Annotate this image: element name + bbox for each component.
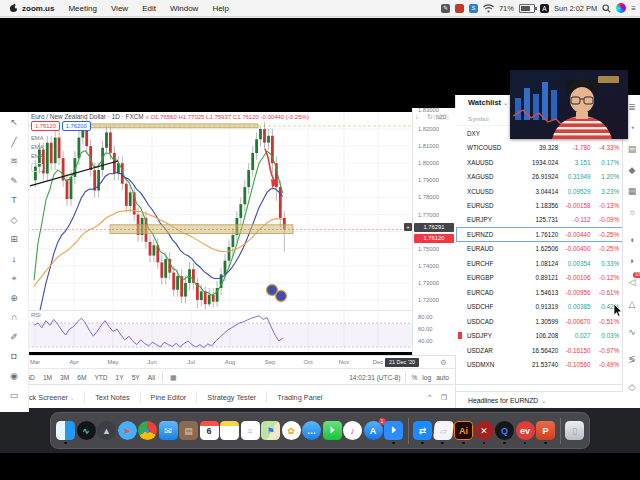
- range-1M[interactable]: 1M: [43, 374, 52, 381]
- menu-item-Help[interactable]: Help: [212, 4, 228, 13]
- text-tool-icon[interactable]: T: [7, 194, 21, 207]
- menu-clock[interactable]: Sun 2:02 PM: [554, 4, 597, 13]
- panel-window-icon[interactable]: ❐: [441, 390, 447, 405]
- dock-powerpoint-icon[interactable]: P: [536, 421, 555, 440]
- zoom-in-tool-icon[interactable]: ⊕: [7, 292, 21, 305]
- dock-adobe-x-app-icon[interactable]: ✕: [475, 421, 494, 440]
- hotlists-icon[interactable]: ◆: [626, 164, 638, 176]
- watchlist-title[interactable]: Watchlist: [456, 98, 501, 107]
- range-5Y[interactable]: 5Y: [132, 374, 140, 381]
- public-chat-icon[interactable]: ◖: [626, 234, 638, 246]
- time-axis[interactable]: MarAprMayJunJulAugSepOctNovDec21 Dec '20…: [0, 355, 455, 369]
- watchlist-row-WTICOUSD[interactable]: WTICOUSD 39.328 -1.780 -4.33%: [456, 140, 623, 154]
- goto-date-icon[interactable]: ▦: [170, 370, 177, 385]
- watchlist-row-USDJPY[interactable]: USDJPY 106.208 0.027 0.03%: [456, 328, 623, 342]
- input-source-icon[interactable]: A: [540, 4, 549, 13]
- dock-notes-icon[interactable]: [220, 421, 239, 440]
- lock-drawings-icon[interactable]: ◘: [7, 350, 21, 363]
- news-icon[interactable]: ▤: [626, 143, 638, 155]
- dock-mail-icon[interactable]: ✉: [159, 421, 178, 440]
- brush-tool-icon[interactable]: ✎: [7, 175, 21, 188]
- measure-tool-icon[interactable]: ⌖: [7, 272, 21, 285]
- drawing-tool-icon[interactable]: ✐: [7, 331, 21, 344]
- watchlist-row-EURJPY[interactable]: EURJPY 125.731 -0.112 -0.09%: [456, 213, 623, 227]
- watchlist-row-XCUUSD[interactable]: XCUUSD 3.04414 0.09529 3.23%: [456, 184, 623, 198]
- arrow-marker-tool-icon[interactable]: ↓: [7, 253, 21, 266]
- private-chat-icon[interactable]: ◗: [626, 255, 638, 267]
- watchlist-row-EURAUD[interactable]: EURAUD 1.62506 -0.00400 -0.25%: [456, 242, 623, 256]
- panel-strategy-tester[interactable]: Strategy Tester: [197, 393, 266, 402]
- streams-icon[interactable]: ◁10: [626, 276, 638, 288]
- wifi-icon[interactable]: [483, 4, 494, 13]
- trendline-tool-icon[interactable]: ╱: [7, 136, 21, 149]
- dom-icon[interactable]: ≶: [626, 353, 638, 365]
- panel-pine-editor[interactable]: Pine Editor: [141, 393, 197, 402]
- dock-launchpad-icon[interactable]: ▲: [97, 421, 116, 440]
- watchlist-row-XAUUSD[interactable]: XAUUSD 1934.024 3.151 0.17%: [456, 155, 623, 169]
- trading-panel-icon[interactable]: ∿: [626, 326, 638, 338]
- watchlist-row-EURUSD[interactable]: EURUSD 1.18356 -0.00158 -0.13%: [456, 198, 623, 212]
- rsi-legend[interactable]: RSI: [31, 312, 41, 318]
- ink-pen-icon[interactable]: ✎: [441, 4, 450, 13]
- dock-finder-icon[interactable]: [56, 421, 75, 440]
- panel-expand-icon[interactable]: ⌃: [427, 390, 433, 405]
- apple-logo-icon[interactable]: [9, 3, 18, 13]
- dock-zoom-icon[interactable]: ⏵: [384, 421, 403, 440]
- ideas-icon[interactable]: ☼: [626, 206, 638, 218]
- watchlist-caret-icon[interactable]: ⌄: [503, 100, 508, 106]
- ema-legend-1[interactable]: EMA: [31, 134, 309, 143]
- scroll-down-icon[interactable]: ↓: [415, 113, 419, 120]
- dock-pages-doc-icon[interactable]: ▱: [433, 421, 454, 440]
- menu-item-Meeting[interactable]: Meeting: [68, 4, 96, 13]
- economic-calendar-icon[interactable]: ▦: [626, 185, 638, 197]
- price-axis[interactable]: 1.83000NZD↓↻1.820001.810001.800001.79000…: [412, 108, 456, 355]
- panel-trading-panel[interactable]: Trading Panel: [267, 393, 332, 402]
- magnet-tool-icon[interactable]: ∩: [7, 311, 21, 324]
- notification-center-icon[interactable]: ≡: [631, 4, 636, 13]
- log-scale-toggle[interactable]: log: [422, 374, 431, 381]
- dock-adobe-illustrator-icon[interactable]: Ai: [454, 421, 473, 440]
- input-method-icon[interactable]: S: [469, 4, 478, 13]
- watchlist-row-XAGUSD[interactable]: XAGUSD 26.91924 0.31949 1.20%: [456, 169, 623, 183]
- dock-reminders-icon[interactable]: ≡: [241, 421, 260, 440]
- watchlist-row-USDZAR[interactable]: USDZAR 16.56420 -0.16150 -0.97%: [456, 343, 623, 357]
- pattern-tool-icon[interactable]: ◇: [7, 214, 21, 227]
- dock-trash-icon[interactable]: ▯: [565, 421, 584, 440]
- object-tree-icon[interactable]: ◇: [626, 381, 638, 393]
- watchlist-row-USDCHF[interactable]: USDCHF 0.91319 0.00385 0.42%: [456, 299, 623, 313]
- ema-legend-3[interactable]: EMA: [31, 152, 309, 161]
- buy-price-button[interactable]: 1.76200: [62, 121, 91, 131]
- dock-calendar-icon[interactable]: 6: [200, 421, 219, 440]
- range-6M[interactable]: 6M: [77, 374, 86, 381]
- reset-scale-icon[interactable]: ↻: [427, 113, 433, 121]
- menu-item-Window[interactable]: Window: [170, 4, 198, 13]
- spotlight-search-icon[interactable]: [602, 4, 611, 13]
- dock-teamviewer-icon[interactable]: ⇄: [413, 421, 432, 440]
- watchlist-row-USDCAD[interactable]: USDCAD 1.30599 -0.00670 -0.51%: [456, 314, 623, 328]
- dock-ev-capture-icon[interactable]: ev: [516, 421, 535, 440]
- menu-item-Edit[interactable]: Edit: [142, 4, 156, 13]
- menu-item-zoomus[interactable]: zoom.us: [22, 4, 54, 13]
- server-clock[interactable]: 14:02:31 (UTC-8): [349, 374, 400, 381]
- webcam-video-overlay[interactable]: [510, 70, 628, 139]
- headlines-section[interactable]: Headlines for EURNZD ⌄: [455, 391, 623, 409]
- siri-icon[interactable]: [616, 3, 626, 13]
- dock-quicktime-icon[interactable]: Q: [495, 421, 514, 440]
- dock-itunes-icon[interactable]: ♪: [343, 421, 362, 440]
- legend-symbol-title[interactable]: Euro / New Zealand Dollar · 1D · FXCM: [31, 113, 144, 120]
- red-app-menu-icon[interactable]: [455, 4, 464, 13]
- range-All[interactable]: All: [148, 374, 155, 381]
- prediction-tool-icon[interactable]: ⊞: [7, 233, 21, 246]
- fib-tool-icon[interactable]: ≋: [7, 155, 21, 168]
- watchlist-symbol-column[interactable]: Symbol: [456, 115, 489, 122]
- axis-settings-gear-icon[interactable]: ⚙: [440, 358, 447, 367]
- dock-siri-icon[interactable]: ∿: [77, 421, 96, 440]
- range-1Y[interactable]: 1Y: [116, 374, 124, 381]
- notifications-bell-icon[interactable]: △: [626, 298, 638, 310]
- dock-photos-icon[interactable]: ✿: [282, 421, 301, 440]
- dock-chrome-icon[interactable]: ●: [138, 421, 157, 440]
- panel-text-notes[interactable]: Text Notes: [85, 393, 139, 402]
- dock-app-store-icon[interactable]: A 1: [364, 421, 383, 440]
- hide-drawings-eye-icon[interactable]: ◉: [7, 370, 21, 383]
- watchlist-row-USDMXN[interactable]: USDMXN 21.53740 -0.10560 -0.49%: [456, 357, 623, 371]
